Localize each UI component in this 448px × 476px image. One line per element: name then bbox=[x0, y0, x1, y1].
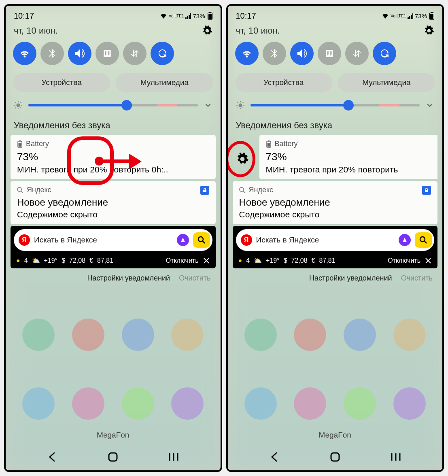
status-bar: 10:17 Vo LTE1 73% bbox=[228, 6, 443, 23]
svg-point-13 bbox=[17, 187, 21, 191]
battery-notification[interactable]: Battery 73% МИН. тревога при 20% повтори… bbox=[11, 135, 216, 179]
notification-settings-gear-icon[interactable] bbox=[236, 153, 249, 166]
disable-label[interactable]: Отключить bbox=[166, 257, 199, 264]
weather-moon-icon: ● bbox=[16, 257, 20, 264]
brightness-row bbox=[6, 96, 221, 117]
brightness-slider[interactable] bbox=[28, 100, 198, 110]
qs-rotate[interactable] bbox=[373, 42, 396, 65]
qs-wifi[interactable] bbox=[235, 42, 259, 65]
qs-data-transfer[interactable] bbox=[345, 42, 369, 65]
battery-app-name: Battery bbox=[26, 140, 49, 148]
date-row: чт, 10 июн. bbox=[6, 23, 221, 39]
svg-line-37 bbox=[425, 241, 427, 243]
home-button[interactable] bbox=[105, 451, 121, 463]
lock-badge bbox=[422, 186, 431, 195]
yandex-widget[interactable]: Я Искать в Яндексе ● 4 ⛅ +19° $72,08 €87… bbox=[233, 226, 438, 268]
pills-row: Устройства Мультимедиа bbox=[228, 68, 443, 96]
svg-rect-17 bbox=[109, 453, 117, 461]
recents-button[interactable] bbox=[166, 451, 182, 463]
phone-right: 10:17 Vo LTE1 73% чт, 10 июн. Устройства… bbox=[226, 4, 444, 472]
yandex-notif-title: Новое уведомление bbox=[239, 197, 431, 208]
clear-button[interactable]: Очистить bbox=[179, 274, 210, 283]
qs-bluetooth[interactable] bbox=[263, 42, 286, 65]
network-label: Vo LTE1 bbox=[391, 14, 406, 18]
date-text: чт, 10 июн. bbox=[14, 26, 58, 36]
qs-wifi[interactable] bbox=[13, 42, 36, 65]
close-icon[interactable] bbox=[203, 257, 210, 264]
media-pill[interactable]: Мультимедиа bbox=[338, 73, 435, 92]
clear-button[interactable]: Очистить bbox=[401, 274, 433, 283]
weather-dot-val: 4 bbox=[246, 257, 250, 264]
alice-icon[interactable] bbox=[177, 234, 189, 246]
yandex-app-name: Яндекс bbox=[249, 186, 274, 194]
alice-icon[interactable] bbox=[399, 234, 411, 246]
weather-moon-icon: ● bbox=[238, 257, 242, 264]
yandex-notif-body: Содержимое скрыто bbox=[17, 210, 209, 219]
section-title: Уведомления без звука bbox=[6, 117, 221, 135]
section-title: Уведомления без звука bbox=[228, 117, 443, 135]
yandex-search-bar[interactable]: Я Искать в Яндексе bbox=[236, 229, 435, 251]
svg-line-29 bbox=[242, 102, 243, 103]
battery-app-icon bbox=[17, 140, 23, 148]
usd-label: $ bbox=[284, 257, 287, 264]
svg-rect-31 bbox=[268, 140, 270, 141]
battery-app-icon bbox=[266, 140, 272, 148]
svg-point-36 bbox=[420, 237, 425, 242]
media-pill[interactable]: Мультимедиа bbox=[116, 73, 213, 92]
brightness-slider[interactable] bbox=[251, 100, 420, 110]
disable-label[interactable]: Отключить bbox=[388, 257, 420, 264]
carrier-label: MegaFon bbox=[6, 425, 221, 445]
back-button[interactable] bbox=[44, 451, 60, 463]
expand-icon[interactable] bbox=[204, 101, 212, 110]
yandex-search-bar[interactable]: Я Искать в Яндексе bbox=[14, 229, 212, 251]
eur-rate: 87,81 bbox=[97, 257, 113, 264]
weather-cloud-icon: ⛅ bbox=[32, 257, 40, 264]
notification-settings-link[interactable]: Настройки уведомлений bbox=[309, 274, 392, 283]
devices-pill[interactable]: Устройства bbox=[235, 73, 332, 92]
svg-point-15 bbox=[198, 237, 203, 242]
svg-line-14 bbox=[21, 191, 23, 193]
expand-icon[interactable] bbox=[425, 101, 434, 110]
status-bar: 10:17 Vo LTE1 73% bbox=[6, 6, 221, 23]
qs-sound[interactable] bbox=[68, 42, 91, 65]
recents-button[interactable] bbox=[388, 451, 404, 463]
eur-label: € bbox=[89, 257, 93, 264]
eur-rate: 87,81 bbox=[319, 257, 335, 264]
yandex-search-placeholder: Искать в Яндексе bbox=[34, 236, 173, 244]
back-button[interactable] bbox=[266, 451, 282, 463]
yandex-widget[interactable]: Я Искать в Яндексе ● 4 ⛅ +19° $72,08 €87… bbox=[11, 226, 216, 268]
yandex-search-button[interactable] bbox=[193, 232, 210, 248]
qs-sound[interactable] bbox=[290, 42, 314, 65]
yandex-notification[interactable]: Яндекс Новое уведомление Содержимое скры… bbox=[11, 181, 216, 224]
svg-rect-11 bbox=[19, 143, 21, 147]
qs-nfc[interactable] bbox=[318, 42, 341, 65]
quick-settings-row bbox=[6, 39, 221, 68]
svg-rect-33 bbox=[425, 190, 428, 192]
notification-settings-link[interactable]: Настройки уведомлений bbox=[87, 274, 170, 283]
yandex-notif-title: Новое уведомление bbox=[17, 197, 209, 208]
settings-icon[interactable] bbox=[424, 26, 434, 36]
usd-rate: 72,08 bbox=[69, 257, 85, 264]
yandex-app-row: Яндекс bbox=[239, 186, 431, 194]
svg-line-35 bbox=[243, 191, 245, 193]
home-button[interactable] bbox=[327, 451, 343, 463]
svg-rect-38 bbox=[331, 453, 339, 461]
svg-line-27 bbox=[242, 108, 243, 108]
devices-pill[interactable]: Устройства bbox=[13, 73, 110, 92]
battery-notif-body: МИН. тревога при 20% повторить 0h:.. bbox=[17, 165, 209, 174]
qs-data-transfer[interactable] bbox=[123, 42, 147, 65]
settings-icon[interactable] bbox=[202, 26, 212, 36]
yandex-app-row: Яндекс bbox=[17, 186, 209, 194]
close-icon[interactable] bbox=[425, 257, 432, 264]
notification-actions: Настройки уведомлений Очистить bbox=[228, 268, 443, 288]
yandex-app-name: Яндекс bbox=[27, 186, 51, 194]
carrier-label: MegaFon bbox=[228, 425, 443, 445]
qs-nfc[interactable] bbox=[96, 42, 119, 65]
qs-bluetooth[interactable] bbox=[40, 42, 64, 65]
lock-badge bbox=[200, 186, 209, 195]
qs-rotate[interactable] bbox=[151, 42, 174, 65]
yandex-search-button[interactable] bbox=[415, 232, 432, 248]
svg-point-34 bbox=[240, 187, 244, 191]
yandex-notification[interactable]: Яндекс Новое уведомление Содержимое скры… bbox=[233, 181, 438, 224]
battery-notification-shifted[interactable]: Battery 73% МИН. тревога при 20% повтори… bbox=[259, 135, 438, 179]
